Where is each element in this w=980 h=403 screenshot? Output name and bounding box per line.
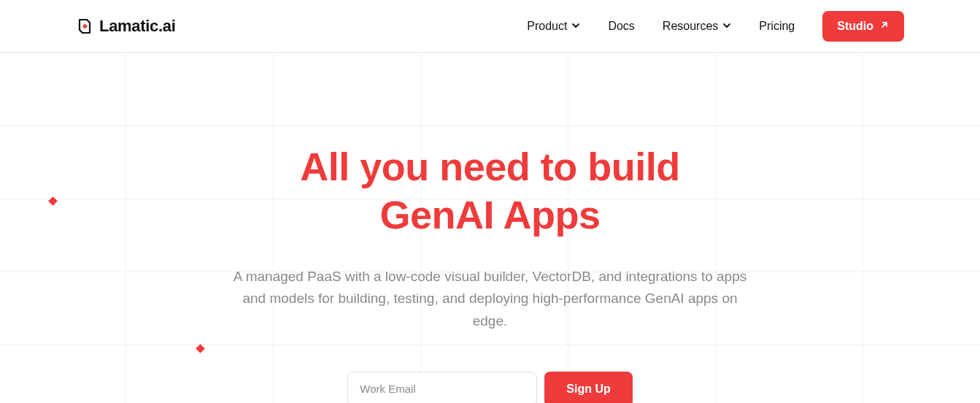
site-header: Lamatic.ai Product Docs Resources Pricin… — [0, 0, 980, 53]
nav-item-resources[interactable]: Resources — [663, 20, 731, 33]
hero-subtitle: A managed PaaS with a low-code visual bu… — [224, 266, 757, 332]
nav-item-product[interactable]: Product — [527, 20, 580, 33]
nav-item-docs[interactable]: Docs — [608, 20, 634, 33]
nav-label: Resources — [663, 20, 718, 33]
nav-label: Pricing — [759, 20, 795, 33]
hero-section: All you need to build GenAI Apps A manag… — [0, 53, 980, 403]
brand-name: Lamatic.ai — [99, 17, 176, 36]
svg-rect-0 — [82, 23, 88, 28]
hero-title-line2: GenAI Apps — [379, 193, 600, 237]
logo-mark-icon — [76, 18, 93, 35]
studio-cta-button[interactable]: Studio — [822, 11, 904, 42]
signup-form: Sign Up — [0, 372, 980, 403]
primary-nav: Product Docs Resources Pricing Studio — [527, 11, 904, 42]
chevron-down-icon — [722, 20, 731, 33]
hero-title-line1: All you need to build — [300, 145, 679, 188]
chevron-down-icon — [571, 20, 580, 33]
brand-logo[interactable]: Lamatic.ai — [76, 17, 176, 36]
cta-label: Studio — [837, 20, 873, 33]
work-email-input[interactable] — [347, 372, 537, 403]
nav-label: Product — [527, 20, 567, 33]
nav-label: Docs — [608, 20, 634, 33]
hero-title: All you need to build GenAI Apps — [0, 143, 980, 239]
external-arrow-icon — [879, 20, 890, 33]
nav-item-pricing[interactable]: Pricing — [759, 20, 795, 33]
sign-up-button[interactable]: Sign Up — [544, 372, 632, 403]
